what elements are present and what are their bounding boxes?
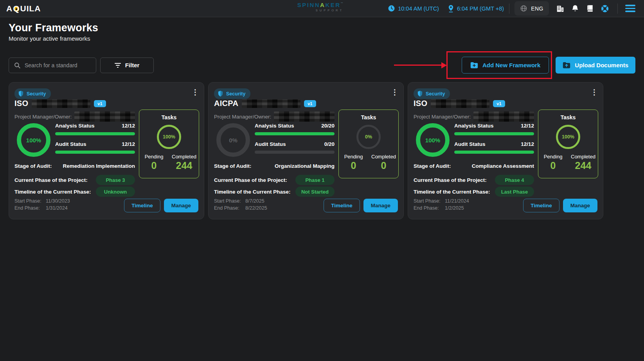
search-icon xyxy=(14,62,21,69)
status-section: Analysis Status 20/20 Audit Status 0/20 xyxy=(255,123,335,160)
help-lifebuoy-icon[interactable] xyxy=(597,2,612,16)
analysis-status-label: Analysis Status xyxy=(255,123,294,129)
analysis-bar-fill xyxy=(255,132,335,135)
page-title: Your Frameworks xyxy=(9,22,635,34)
phase-dates: Start Phase:8/7/2025 End Phase:8/22/2025 xyxy=(214,198,267,212)
status-section: Analysis Status 12/12 Audit Status 12/12 xyxy=(55,123,135,160)
filter-button[interactable]: Filter xyxy=(100,57,154,73)
timeline-phase-row: Timeline of the Current Phase: Unknown xyxy=(14,187,135,197)
analysis-status-value: 12/12 xyxy=(122,123,135,129)
organization-building-icon[interactable] xyxy=(553,2,568,16)
framework-card: Security ⋮ AICPA v1 Project Manager/Owne… xyxy=(208,82,404,219)
tasks-title: Tasks xyxy=(361,114,376,120)
stage-of-audit-row: Stage of Audit: Organizational Mapping xyxy=(214,163,335,169)
topbar-right: 10:04 AM (UTC) 6:04 PM (GMT +8) ENG xyxy=(379,1,638,16)
start-phase-value: 8/7/2025 xyxy=(245,198,264,204)
main-content: Your Frameworks Monitor your active fram… xyxy=(0,17,644,219)
tasks-ring-value: 100% xyxy=(163,134,175,140)
phase-label: Current Phase of the Project: xyxy=(14,177,88,183)
phase-badge: Phase 4 xyxy=(495,175,534,185)
timeline-button[interactable]: Timeline xyxy=(324,199,360,212)
topbar: AQUILA SPINNAKER™ SUPPORT 10:04 AM (UTC)… xyxy=(0,0,644,17)
tasks-title: Tasks xyxy=(162,114,177,120)
framework-cards: Security ⋮ ISO v1 Project Manager/Owner:… xyxy=(9,82,635,219)
card-menu-kebab-icon[interactable]: ⋮ xyxy=(389,86,400,97)
menu-hamburger-icon[interactable] xyxy=(623,2,638,16)
start-phase-value: 11/30/2023 xyxy=(46,198,70,204)
search-box[interactable] xyxy=(9,57,96,73)
clock-icon xyxy=(388,5,395,12)
divider xyxy=(617,4,618,14)
audit-progress-bar xyxy=(454,151,534,154)
tasks-panel: Tasks 0% Pending Completed 0 0 xyxy=(338,110,399,178)
timeline-phase-row: Timeline of the Current Phase: Last Phas… xyxy=(414,187,534,197)
add-new-framework-button[interactable]: Add New Framework xyxy=(462,57,549,74)
manage-button[interactable]: Manage xyxy=(363,199,398,212)
analysis-progress-bar xyxy=(255,132,335,135)
timeline-label: Timeline of the Current Phase: xyxy=(14,189,91,195)
upload-documents-label: Upload Documents xyxy=(575,62,628,68)
framework-card: Security ⋮ ISO v1 Project Manager/Owner:… xyxy=(408,82,603,219)
current-phase-row: Current Phase of the Project: Phase 1 xyxy=(214,175,335,185)
stage-label: Stage of Audit: xyxy=(214,163,252,169)
timeline-button[interactable]: Timeline xyxy=(124,199,160,212)
security-category-badge: Security xyxy=(214,88,250,99)
spinnaker-brand: SPINNAKER™ SUPPORT xyxy=(297,2,344,12)
tasks-title: Tasks xyxy=(561,114,576,120)
owner-label: Project Manager/Owner: xyxy=(14,114,72,120)
end-phase-label: End Phase: xyxy=(214,205,245,212)
progress-ring: 100% xyxy=(17,123,50,157)
search-input[interactable] xyxy=(25,62,91,68)
manage-button[interactable]: Manage xyxy=(563,199,597,212)
pending-label: Pending xyxy=(341,154,366,160)
progress-ring: 0% xyxy=(216,123,250,157)
analysis-bar-fill xyxy=(55,132,135,135)
timeline-status-badge: Not Started xyxy=(295,187,335,197)
timeline-label: Timeline of the Current Phase: xyxy=(414,189,490,195)
start-phase-value: 11/21/2024 xyxy=(445,198,469,204)
pending-label: Pending xyxy=(142,154,166,160)
tasks-ring-value: 0% xyxy=(365,134,372,140)
owner-row: Project Manager/Owner: xyxy=(214,111,335,122)
utc-time-label: 10:04 AM (UTC) xyxy=(398,5,439,12)
folder-upload-icon xyxy=(563,62,570,68)
audit-bar-fill xyxy=(454,151,534,154)
phase-badge: Phase 1 xyxy=(295,175,335,185)
brand-accent-letter: A xyxy=(320,2,325,8)
framework-card: Security ⋮ ISO v1 Project Manager/Owner:… xyxy=(9,82,204,219)
card-menu-kebab-icon[interactable]: ⋮ xyxy=(589,86,600,97)
brand-subtext: SUPPORT xyxy=(297,9,344,12)
stage-label: Stage of Audit: xyxy=(14,163,52,169)
timeline-button[interactable]: Timeline xyxy=(523,199,559,212)
stage-label: Stage of Audit: xyxy=(414,163,451,169)
framework-title: AICPA xyxy=(214,99,238,108)
knowledge-book-icon[interactable] xyxy=(583,2,597,16)
phase-label: Current Phase of the Project: xyxy=(414,177,487,183)
completed-count: 244 xyxy=(172,160,196,171)
phase-badge: Phase 3 xyxy=(96,175,135,185)
analysis-bar-fill xyxy=(454,132,534,135)
tasks-ring: 0% xyxy=(356,125,381,149)
redacted-title-text xyxy=(431,99,489,108)
manage-button[interactable]: Manage xyxy=(164,199,198,212)
shield-icon xyxy=(18,90,24,97)
upload-documents-button[interactable]: Upload Documents xyxy=(556,57,635,74)
filter-icon xyxy=(115,63,121,68)
trademark-mark: ™ xyxy=(341,2,344,4)
owner-label: Project Manager/Owner: xyxy=(414,114,471,120)
tasks-panel: Tasks 100% Pending Completed 0 244 xyxy=(139,110,199,178)
language-selector[interactable]: ENG xyxy=(514,1,549,16)
phase-dates: Start Phase:11/21/2024 End Phase:1/2/202… xyxy=(414,198,469,212)
pending-count: 0 xyxy=(341,160,366,171)
stage-value: Compliance Assessment xyxy=(472,163,534,169)
notifications-bell-icon[interactable] xyxy=(568,2,583,16)
redacted-owner-text xyxy=(74,111,135,122)
shield-icon xyxy=(218,90,223,97)
controls-row: Filter Add New Framework Upload Document… xyxy=(9,50,635,80)
brand-text-2: KER xyxy=(325,2,340,8)
analysis-progress-bar xyxy=(55,132,135,135)
end-phase-value: 8/22/2025 xyxy=(245,205,267,211)
card-menu-kebab-icon[interactable]: ⋮ xyxy=(190,86,201,97)
tasks-panel: Tasks 100% Pending Completed 0 244 xyxy=(538,110,598,178)
start-phase-label: Start Phase: xyxy=(214,198,245,205)
